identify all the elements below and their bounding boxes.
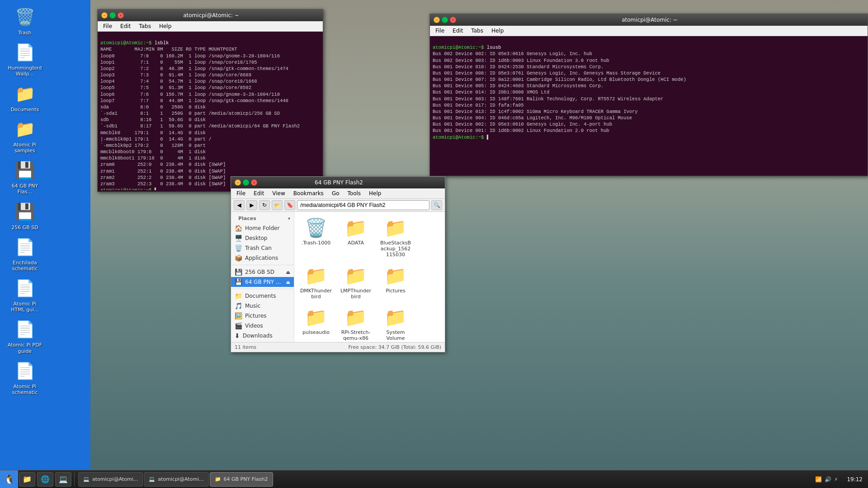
fm-bookmark-btn[interactable]: 🔖 <box>284 200 295 210</box>
fm-sidebar-docs[interactable]: 📁 Documents <box>231 291 294 301</box>
fm-menu-file[interactable]: File <box>233 189 249 197</box>
taskbar-browser-btn[interactable]: 🌐 <box>37 472 53 487</box>
fm-menu-edit[interactable]: Edit <box>250 189 268 197</box>
file-manager-controls: − □ × <box>235 179 257 186</box>
desktop-icon-html-guide[interactable]: 📄 Atomic Pi HTML gui... <box>5 276 45 314</box>
fm-item-pictures[interactable]: 📁 Pictures <box>377 263 414 301</box>
fm-item-pulseaudio[interactable]: 📁 pulseaudio <box>298 305 334 342</box>
64gb-eject-icon[interactable]: ⏏ <box>286 280 290 285</box>
fm-menu-bookmarks[interactable]: Bookmarks <box>290 189 327 197</box>
desktop-icon-documents[interactable]: 📁 Documents <box>5 81 45 114</box>
terminal-1-menu-edit[interactable]: Edit <box>117 22 134 30</box>
terminal-2-menu-help[interactable]: Help <box>488 27 507 35</box>
music-icon: 🎵 <box>235 302 242 310</box>
fm-up-btn[interactable]: 📂 <box>272 200 283 210</box>
terminal-2-menu-file[interactable]: File <box>432 27 448 35</box>
desktop-icon-atomic-samples[interactable]: 📁 Atomic Pi samples <box>5 117 45 155</box>
fm-menubar: File Edit View Bookmarks Go Tools Help <box>231 188 445 199</box>
fm-sidebar-64gb[interactable]: 💾 64 GB PNY ... ⏏ <box>231 277 294 287</box>
taskbar-item-terminal2[interactable]: 💻 atomicpi@Atomi... <box>144 472 208 487</box>
fm-sidebar-ferrari[interactable]: 💾 ferrari p- 2... <box>231 341 294 342</box>
fm-sidebar-pictures[interactable]: 🖼️ Pictures <box>231 311 294 321</box>
terminal-2-menu-edit[interactable]: Edit <box>449 27 467 35</box>
taskbar-item-filemanager[interactable]: 📁 64 GB PNY Flash2 <box>210 472 273 487</box>
terminal-2-maximize[interactable]: □ <box>442 17 448 23</box>
documents-label: Documents <box>11 107 39 113</box>
terminal-2-minimize[interactable]: − <box>434 17 440 23</box>
fm-sidebar-apps-label: Applications <box>245 255 278 261</box>
pictures-sidebar-icon: 🖼️ <box>235 312 242 319</box>
schematic-label: Atomic Pi schematic <box>6 384 43 395</box>
fm-sidebar-256gb[interactable]: 💾 256 GB SD ⏏ <box>231 267 294 277</box>
fm-item-count: 11 items <box>235 344 256 350</box>
desktop-icon-64gb[interactable]: 💾 64 GB PNY Flas... <box>5 158 45 197</box>
desktop-icon-trash[interactable]: 🗑️ Trash <box>5 5 45 38</box>
desktop-icon-256gb[interactable]: 💾 256 GB SD <box>5 199 45 232</box>
fm-sidebar-music[interactable]: 🎵 Music <box>231 301 294 311</box>
fm-forward-btn[interactable]: ▶ <box>246 200 257 210</box>
bluestacks-label: BlueStacksBackup_1562115030 <box>379 240 412 258</box>
fm-menu-view[interactable]: View <box>269 189 288 197</box>
fm-menu-tools[interactable]: Tools <box>344 189 365 197</box>
terminal-1-maximize[interactable]: □ <box>109 12 116 19</box>
fm-menu-help[interactable]: Help <box>365 189 385 197</box>
terminal-1-body[interactable]: atomicpi@Atomic:~$ lsblk NAME MAJ:MIN RM… <box>98 32 323 190</box>
taskbar-files-btn[interactable]: 📁 <box>19 472 35 487</box>
videos-sidebar-icon: 🎬 <box>235 322 242 329</box>
fm-sidebar-trash[interactable]: 🗑️ Trash Can <box>231 243 294 253</box>
fm-sidebar-videos[interactable]: 🎬 Videos <box>231 321 294 331</box>
fm-back-btn[interactable]: ◀ <box>234 200 245 210</box>
atomic-samples-label: Atomic Pi samples <box>6 142 43 154</box>
file-manager: − □ × 64 GB PNY Flash2 File Edit View Bo… <box>231 176 445 352</box>
fm-item-lmp[interactable]: 📁 LMPThunderbird <box>338 263 374 301</box>
terminal-1-titlebar[interactable]: − □ × atomicpi@Atomic: ~ <box>98 9 323 21</box>
fm-item-rpi[interactable]: 📁 RPi-Stretch-qemu-x86 <box>338 305 374 342</box>
fm-reload-btn[interactable]: ↻ <box>259 200 270 210</box>
fm-search-btn[interactable]: 🔍 <box>431 200 442 210</box>
fm-sidebar-home[interactable]: 🏠 Home Folder <box>231 223 294 233</box>
terminal-1-menu-file[interactable]: File <box>99 22 116 30</box>
tray-power-icon[interactable]: ⚡ <box>834 476 838 483</box>
terminal-2-menu-tabs[interactable]: Tabs <box>467 27 487 35</box>
fm-maximize[interactable]: □ <box>243 179 249 186</box>
fm-sidebar-downloads[interactable]: ⬇️ Downloads <box>231 331 294 341</box>
256gb-eject-icon[interactable]: ⏏ <box>286 270 290 275</box>
fm-places-header: Places <box>235 215 260 222</box>
fm-item-dmk[interactable]: 📁 DMKThunderbird <box>298 263 334 301</box>
terminal-2-close[interactable]: × <box>450 17 456 23</box>
tray-network-icon[interactable]: 📶 <box>815 476 822 483</box>
taskbar-start-button[interactable]: 🐧 <box>0 470 18 488</box>
fm-sidebar-applications[interactable]: 📦 Applications <box>231 253 294 263</box>
fm-address-bar[interactable] <box>297 200 429 210</box>
clock-time: 19:12 <box>847 476 863 483</box>
file-manager-titlebar[interactable]: − □ × 64 GB PNY Flash2 <box>231 177 445 188</box>
fm-close[interactable]: × <box>251 179 257 186</box>
taskbar-terminal-btn[interactable]: 💻 <box>55 472 71 487</box>
fm-item-bluestacks[interactable]: 📁 BlueStacksBackup_1562115030 <box>377 216 414 260</box>
dmk-icon: 📁 <box>305 265 327 286</box>
fm-free-space: Free space: 34.7 GiB (Total: 59.6 GiB) <box>348 344 441 350</box>
fm-menu-go[interactable]: Go <box>328 189 343 197</box>
fm-item-trash1000[interactable]: 🗑️ .Trash-1000 <box>298 216 334 260</box>
desktop-icon-enchilada[interactable]: 📄 Enchilada schematic <box>5 235 45 273</box>
terminal-1-close[interactable]: × <box>118 12 124 19</box>
terminal-1-minimize[interactable]: − <box>101 12 108 19</box>
terminal-1-menu-help[interactable]: Help <box>156 22 175 30</box>
fm-body: Places ▾ 🏠 Home Folder 🖥️ Desktop 🗑️ Tra… <box>231 212 445 342</box>
tray-volume-icon[interactable]: 🔊 <box>825 476 831 483</box>
taskbar-clock[interactable]: 19:12 <box>841 476 868 483</box>
fm-sidebar-desktop[interactable]: 🖥️ Desktop <box>231 233 294 243</box>
fm-item-sysvolinfo[interactable]: 📁 System Volume Information <box>377 305 414 342</box>
fm-minimize[interactable]: − <box>235 179 241 186</box>
terminal-2-body[interactable]: atomicpi@Atomic:~$ lsusb Bus 002 Device … <box>430 36 868 174</box>
desktop-icon-hummingbird[interactable]: 📄 HummingbirdWallp... <box>5 40 45 79</box>
fm-sidebar-videos-label: Videos <box>245 323 263 329</box>
fm-sidebar-desktop-label: Desktop <box>245 235 268 241</box>
terminal-1-menu-tabs[interactable]: Tabs <box>135 22 155 30</box>
terminal-2-titlebar[interactable]: − □ × atomicpi@Atomic: ~ <box>430 14 868 26</box>
taskbar-item-terminal1[interactable]: 💻 atomicpi@Atomi... <box>78 472 143 487</box>
fm-item-adata[interactable]: 📁 ADATA <box>338 216 374 260</box>
fm-places-toggle[interactable]: ▾ <box>288 216 290 221</box>
desktop-icon-schematic[interactable]: 📄 Atomic Pi schematic <box>5 358 45 397</box>
desktop-icon-pdf-guide[interactable]: 📄 Atomic Pi PDF guide <box>5 317 45 356</box>
